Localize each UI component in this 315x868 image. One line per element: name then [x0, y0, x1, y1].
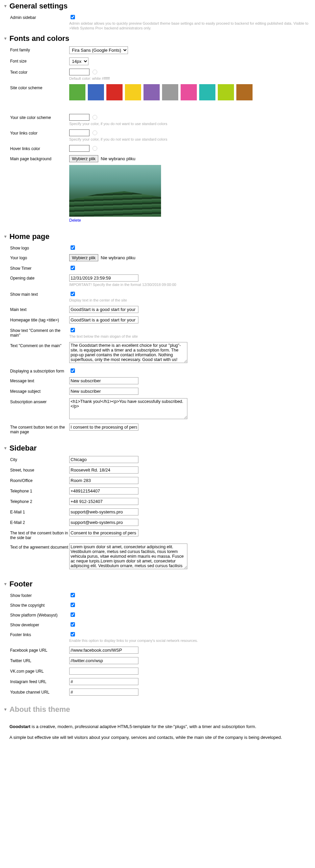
hover-color-label: Hover links color — [10, 145, 69, 151]
color-swatch-3[interactable] — [125, 84, 141, 100]
show-copyright-checkbox[interactable] — [71, 603, 75, 607]
show-timer-label: Show Timer — [10, 265, 69, 271]
admin-sidebar-help: Admin sidebar allows you to quickly prev… — [69, 21, 315, 31]
agreement-input[interactable]: Lorem ipsum dolor sit amet, consectetur … — [69, 544, 187, 569]
caret-down-icon: ▼ — [3, 446, 7, 451]
color-swatch-4[interactable] — [143, 84, 160, 100]
text-color-input[interactable] — [69, 69, 89, 75]
about-paragraph-1: Goodstart is a creative, modern, profess… — [9, 723, 306, 730]
your-scheme-help: Specify your color, if you do not want t… — [69, 121, 315, 126]
color-reset-icon[interactable] — [93, 130, 97, 135]
tel1-input[interactable] — [69, 487, 138, 495]
admin-sidebar-label: Admin sidebar — [10, 14, 69, 20]
color-reset-icon[interactable] — [93, 70, 97, 74]
color-swatch-6[interactable] — [181, 84, 197, 100]
bg-file-button[interactable]: Wybierz plik — [69, 155, 98, 162]
scheme-label: Site color scheme — [10, 84, 69, 90]
links-color-input[interactable] — [69, 129, 89, 136]
email2-label: E-Mail 2 — [10, 519, 69, 525]
room-label: Room/Office — [10, 477, 69, 483]
email1-input[interactable] — [69, 508, 138, 515]
tel2-input[interactable] — [69, 498, 138, 505]
show-subscription-label: Displaying a subscription form — [10, 367, 69, 373]
tw-input[interactable] — [69, 657, 138, 664]
color-reset-icon[interactable] — [93, 146, 97, 151]
color-swatches — [69, 84, 315, 100]
email2-input[interactable] — [69, 519, 138, 526]
message-text-input[interactable] — [69, 377, 138, 384]
show-timer-checkbox[interactable] — [71, 266, 75, 270]
section-fonts[interactable]: ▼ Fonts and colors — [0, 32, 315, 45]
ig-label: Instagram feed URL — [10, 678, 69, 684]
section-about[interactable]: ▼ About this theme — [0, 703, 315, 716]
city-input[interactable] — [69, 456, 138, 463]
color-swatch-9[interactable] — [236, 84, 253, 100]
font-size-select[interactable]: 14px — [69, 57, 88, 65]
vk-label: VK.com page URL — [10, 668, 69, 674]
subscription-answer-input[interactable]: <h1>Thank you!</h1><p>You have successfu… — [69, 398, 187, 419]
logo-file-button[interactable]: Wybierz plik — [69, 254, 98, 261]
street-input[interactable] — [69, 466, 138, 474]
fb-label: Facebook page URL — [10, 647, 69, 653]
show-comment-checkbox[interactable] — [71, 328, 75, 332]
message-subject-label: Message subject — [10, 388, 69, 394]
your-scheme-label: Your site color scheme — [10, 114, 69, 120]
show-footer-label: Show footer — [10, 592, 69, 598]
footer-links-label: Footer links — [10, 631, 69, 637]
consent-button-input[interactable] — [69, 424, 138, 431]
color-swatch-5[interactable] — [162, 84, 178, 100]
show-developer-label: Show developer — [10, 621, 69, 627]
caret-down-icon: ▼ — [3, 234, 7, 239]
homepage-title-input[interactable] — [69, 316, 138, 323]
color-swatch-8[interactable] — [218, 84, 234, 100]
section-title: General settings — [9, 2, 68, 10]
color-reset-icon[interactable] — [93, 115, 97, 120]
section-footer[interactable]: ▼ Footer — [0, 578, 315, 590]
footer-links-help: Enable this option to display links to y… — [69, 638, 315, 643]
show-subscription-checkbox[interactable] — [71, 368, 75, 373]
color-swatch-2[interactable] — [106, 84, 123, 100]
show-main-text-checkbox[interactable] — [71, 292, 75, 296]
your-scheme-input[interactable] — [69, 114, 89, 121]
opening-date-help: IMPORTANT! Specify the date in the forma… — [69, 282, 315, 287]
homepage-title-label: Homepage title (tag <title>) — [10, 316, 69, 322]
section-general[interactable]: ▼ General settings — [0, 0, 315, 12]
show-developer-checkbox[interactable] — [71, 622, 75, 627]
font-family-select[interactable]: Fira Sans (Google Fonts) — [69, 46, 128, 54]
fb-input[interactable] — [69, 647, 138, 654]
ig-input[interactable] — [69, 678, 138, 685]
room-input[interactable] — [69, 477, 138, 484]
message-text-label: Message text — [10, 377, 69, 383]
color-swatch-0[interactable] — [69, 84, 85, 100]
email1-label: E-Mail 1 — [10, 508, 69, 514]
font-family-label: Font family — [10, 46, 69, 52]
consent-button-label: The consent button text on the main page — [10, 424, 69, 434]
message-subject-input[interactable] — [69, 388, 138, 395]
tel1-label: Telephone 1 — [10, 487, 69, 493]
show-platform-checkbox[interactable] — [71, 612, 75, 617]
links-color-label: Your links color — [10, 129, 69, 136]
footer-links-checkbox[interactable] — [71, 632, 75, 636]
agreement-label: Text of the agreement document — [10, 544, 69, 550]
admin-sidebar-checkbox[interactable] — [71, 15, 75, 19]
color-swatch-7[interactable] — [199, 84, 215, 100]
color-swatch-1[interactable] — [88, 84, 104, 100]
bg-label: Main page background — [10, 155, 69, 161]
show-footer-checkbox[interactable] — [71, 593, 75, 597]
section-title: Fonts and colors — [9, 34, 69, 43]
vk-input[interactable] — [69, 668, 138, 675]
section-homepage[interactable]: ▼ Home page — [0, 231, 315, 243]
show-logo-label: Show logo — [10, 244, 69, 250]
bg-delete-link[interactable]: Delete — [69, 218, 81, 223]
hover-color-input[interactable] — [69, 145, 89, 152]
section-title: Footer — [9, 580, 32, 588]
city-label: City — [10, 456, 69, 462]
show-logo-checkbox[interactable] — [71, 245, 75, 250]
main-text-input[interactable] — [69, 306, 138, 313]
opening-date-input[interactable] — [69, 274, 138, 282]
logo-file-status: Nie wybrano pliku — [101, 255, 135, 260]
section-sidebar[interactable]: ▼ Sidebar — [0, 442, 315, 454]
comment-text-input[interactable]: The Goodstart theme is an excellent choi… — [69, 342, 187, 363]
yt-input[interactable] — [69, 689, 138, 696]
consent-side-input[interactable] — [69, 529, 138, 536]
